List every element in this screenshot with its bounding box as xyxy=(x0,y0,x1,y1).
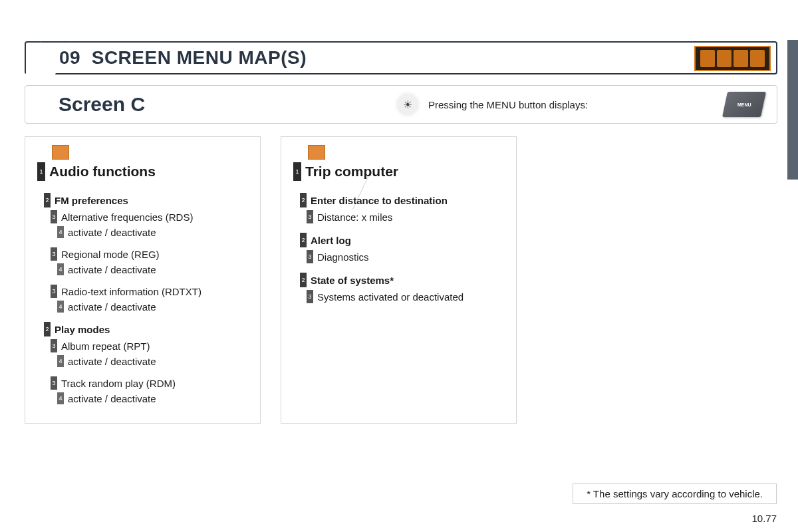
page-edge-tab xyxy=(787,40,798,180)
level-marker: 3 xyxy=(307,210,313,223)
menu-item-row: 4activate / deactivate xyxy=(37,301,248,313)
menu-columns: 1Audio functions2FM preferences3Alternat… xyxy=(25,136,517,424)
hint-text: Pressing the MENU button displays: xyxy=(428,99,588,110)
menu-heading-row: 1Trip computer xyxy=(293,162,504,181)
level-marker: 3 xyxy=(51,376,57,390)
menu-item-label: Alert log xyxy=(311,235,351,246)
menu-item-label: activate / deactivate xyxy=(68,227,156,238)
level-marker: 4 xyxy=(57,355,64,367)
menu-item-row: 3Regional mode (REG) xyxy=(37,247,248,261)
level-marker: 3 xyxy=(51,247,57,261)
menu-item-label: activate / deactivate xyxy=(68,264,156,275)
menu-item-row: 2Play modes xyxy=(37,322,248,336)
menu-heading: Trip computer xyxy=(305,164,398,180)
audio-icon xyxy=(52,145,69,160)
menu-item-row: 2FM preferences xyxy=(37,193,248,207)
menu-item-label: Album repeat (RPT) xyxy=(61,340,150,352)
menu-item-row: 3Radio-text information (RDTXT) xyxy=(37,285,248,298)
menu-item-label: Track random play (RDM) xyxy=(61,378,176,389)
menu-item-label: activate / deactivate xyxy=(68,356,156,367)
hint-bulb-icon: ☀ xyxy=(398,94,418,114)
menu-item-row: 3Track random play (RDM) xyxy=(37,376,248,390)
level-marker: 3 xyxy=(51,339,57,352)
section-title-bar: 09 SCREEN MENU MAP(S) xyxy=(25,41,777,74)
dashboard-badge-icon xyxy=(694,46,771,71)
menu-item-label: Systems activated or deactivated xyxy=(317,291,464,303)
level-marker: 4 xyxy=(57,226,64,238)
menu-item-label: FM preferences xyxy=(55,195,128,206)
menu-item-row: 3Systems activated or deactivated xyxy=(293,290,504,303)
section-title: 09 SCREEN MENU MAP(S) xyxy=(59,47,307,68)
level-marker: 3 xyxy=(51,210,57,223)
section-number: 09 xyxy=(59,47,80,68)
section-title-text: SCREEN MENU MAP(S) xyxy=(92,47,307,68)
menu-item-label: Play modes xyxy=(55,324,110,335)
menu-item-row: 4activate / deactivate xyxy=(37,355,248,367)
level-marker: 3 xyxy=(51,285,57,298)
menu-item-label: State of systems* xyxy=(311,275,394,286)
menu-item-label: Diagnostics xyxy=(317,251,369,263)
menu-heading: Audio functions xyxy=(49,164,156,180)
level-marker: 2 xyxy=(300,193,307,207)
level-marker: 2 xyxy=(300,273,307,287)
level-marker: 1 xyxy=(37,162,45,181)
level-marker: 3 xyxy=(307,290,313,303)
menu-item-row: 4activate / deactivate xyxy=(37,392,248,404)
menu-item-row: 2Enter distance to destination xyxy=(293,193,504,207)
menu-item-label: activate / deactivate xyxy=(68,301,156,313)
menu-item-label: Alternative frequencies (RDS) xyxy=(61,211,193,223)
menu-heading-row: 1Audio functions xyxy=(37,162,248,181)
menu-item-label: Distance: x miles xyxy=(317,211,392,223)
level-marker: 3 xyxy=(307,250,313,263)
menu-item-row: 3Alternative frequencies (RDS) xyxy=(37,210,248,223)
menu-column: 1Audio functions2FM preferences3Alternat… xyxy=(25,136,261,424)
level-marker: 4 xyxy=(57,263,64,275)
menu-item-row: 3Distance: x miles xyxy=(293,210,504,223)
subtitle-bar: Screen C ☀ Pressing the MENU button disp… xyxy=(25,85,777,124)
screen-label: Screen C xyxy=(59,93,145,116)
level-marker: 2 xyxy=(44,193,51,207)
fuel-pump-icon xyxy=(308,145,325,160)
menu-item-label: Regional mode (REG) xyxy=(61,249,160,260)
level-marker: 4 xyxy=(57,392,64,404)
menu-item-row: 3Album repeat (RPT) xyxy=(37,339,248,352)
menu-item-row: 2State of systems* xyxy=(293,273,504,287)
menu-item-label: Enter distance to destination xyxy=(311,195,448,206)
menu-item-row: 4activate / deactivate xyxy=(37,226,248,238)
menu-item-label: activate / deactivate xyxy=(68,393,156,404)
menu-key-label: MENU xyxy=(737,102,751,107)
level-marker: 2 xyxy=(300,233,307,247)
menu-column: 1Trip computer2Enter distance to destina… xyxy=(281,136,517,424)
level-marker: 4 xyxy=(57,301,64,313)
menu-item-row: 3Diagnostics xyxy=(293,250,504,263)
menu-item-label: Radio-text information (RDTXT) xyxy=(61,286,201,297)
page-number: 10.77 xyxy=(751,513,777,524)
menu-item-row: 2Alert log xyxy=(293,233,504,247)
menu-button-icon: MENU xyxy=(722,92,766,117)
level-marker: 2 xyxy=(44,322,51,336)
level-marker: 1 xyxy=(293,162,301,181)
menu-item-row: 4activate / deactivate xyxy=(37,263,248,275)
footnote: * The settings vary according to vehicle… xyxy=(573,483,777,504)
